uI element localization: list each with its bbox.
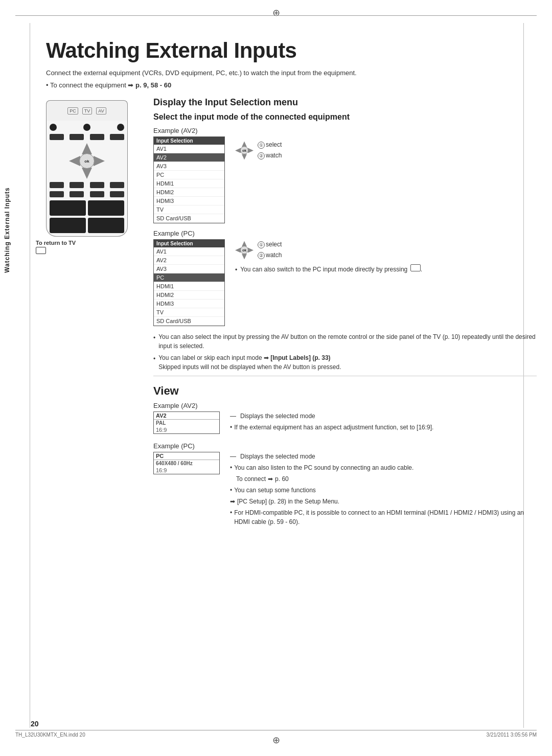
menu-item-tv: TV (154, 205, 224, 214)
bullet-2-link: [Input Labels] (p. 33) (270, 354, 330, 361)
remote-big-btn3 (50, 218, 86, 233)
bullet-av2-2: • (230, 423, 232, 432)
view-box-av2-sub1: PAL (154, 420, 219, 426)
intro-body: Connect the external equipment (VCRs, DV… (46, 69, 357, 77)
view-desc-pc: — Displays the selected mode • You can a… (230, 452, 537, 529)
menu-pc-av2: AV2 (154, 256, 224, 265)
dpad-up-arrow (82, 143, 92, 154)
view-desc-pc-item4: • You can setup some functions (230, 486, 537, 495)
bullet-pc-4: • (230, 486, 232, 495)
remote-circle-btn2 (83, 124, 90, 131)
menu-pc-av3: AV3 (154, 265, 224, 273)
dpad-left-arrow (69, 156, 80, 166)
return-bold-label: To return to TV (36, 240, 76, 246)
ok-dpad-center: ok (240, 146, 248, 154)
section2-heading: Select the input mode of the connected e… (153, 112, 537, 123)
menu-pc-tv: TV (154, 308, 224, 317)
arrow-pc-5: ➡ (230, 497, 235, 506)
view-example-row-av2: AV2 PAL 16:9 — Displays the selected mod… (153, 411, 537, 434)
view-example-row-pc: PC 640X480 / 60Hz 16:9 — Displays the se… (153, 452, 537, 529)
circle-2: ② (258, 152, 265, 159)
ok-dpad-down-pc (242, 254, 247, 259)
remote-dpad: ok (69, 143, 105, 179)
remote-pc-label: PC (67, 107, 78, 114)
remote-row1 (50, 124, 124, 131)
remote-bottom-buttons (50, 200, 124, 233)
view-example-av2-label: Example (AV2) (153, 402, 537, 409)
view-box-av2-sub2: 16:9 (154, 426, 219, 433)
circle-2-pc: ② (258, 252, 265, 259)
page-title: Watching External Inputs (46, 38, 537, 63)
view-box-pc-title: PC (154, 452, 219, 460)
pc-inline-box (410, 264, 421, 271)
section1-heading: Display the Input Selection menu (153, 97, 537, 108)
reg-mark-top: ⊕ (272, 7, 280, 18)
view-box-av2: AV2 PAL 16:9 (153, 411, 220, 434)
arrow-right-pc: ➡ (268, 474, 273, 484)
view-desc-pc-item1: — Displays the selected mode (230, 452, 537, 461)
return-to-tv-label: To return to TV (36, 240, 143, 246)
remote-rect-btn9 (50, 191, 64, 197)
remote-rect-btn11 (90, 191, 104, 197)
view-desc-pc-item6: • For HDMI-compatible PC, it is possible… (230, 508, 537, 526)
menu-item-av1: AV1 (154, 145, 224, 153)
remote-big-btn4 (88, 218, 124, 233)
bullet-note-1: • You can also select the input by press… (153, 332, 537, 351)
bullet-1-dot: • (153, 333, 155, 351)
bullet-pc-2: • (230, 463, 232, 472)
return-button-box (36, 247, 46, 254)
input-menu-row-av2: Input Selection AV1 AV2 AV3 PC HDMI1 HDM… (153, 136, 537, 223)
menu-pc-sdcard: SD Card/USB (154, 317, 224, 326)
ok-row-select: ok ①select ②watch (235, 140, 282, 162)
sidebar-label: Watching External Inputs (0, 102, 14, 358)
view-title: View (153, 384, 537, 398)
remote-row3 (50, 182, 124, 188)
remote-rect-btn8 (110, 182, 124, 188)
example-av2-label: Example (AV2) (153, 127, 537, 134)
remote-rect-btn1 (50, 134, 64, 140)
bottom-border (15, 730, 537, 730)
select-watch-text-pc: ①select ②watch (258, 239, 282, 261)
ok-row-select-pc: ok ①select ②watch (235, 239, 422, 261)
menu-item-sdcard: SD Card/USB (154, 214, 224, 223)
circle-1-pc: ① (258, 241, 265, 248)
ok-dpad-down (242, 154, 247, 159)
ok-dpad-mini: ok (235, 141, 254, 159)
remote-dpad-area: ok (50, 143, 124, 179)
dpad-ok-button: ok (79, 153, 95, 169)
intro-link-ref: p. 9, 58 - 60 (135, 81, 171, 89)
view-box-pc: PC 640X480 / 60Hz 16:9 (153, 452, 220, 474)
example-pc-label: Example (PC) (153, 230, 537, 237)
remote: PC TV AV (46, 100, 128, 237)
footer-left: TH_L32U30KMTX_EN.indd 20 (15, 732, 85, 738)
ok-dpad-center-pc: ok (240, 246, 248, 254)
remote-top: PC TV AV (46, 100, 128, 121)
view-example-pc-label: Example (PC) (153, 442, 537, 450)
remote-illustration: PC TV AV (31, 100, 143, 254)
bullet-2-dot: • (153, 354, 155, 372)
arrow-symbol: ➡ (128, 81, 135, 89)
input-menu-pc: Input Selection AV1 AV2 AV3 PC HDMI1 HDM… (153, 239, 225, 326)
remote-circle-btn3 (117, 124, 124, 131)
line-connector-av2: — (230, 411, 236, 421)
menu-item-pc: PC (154, 171, 224, 179)
top-border (15, 15, 537, 16)
pc-mode-text: You can also switch to the PC input mode… (240, 264, 422, 274)
ok-dpad-right-pc (248, 247, 254, 253)
remote-big-btn2 (88, 200, 124, 216)
remote-row4 (50, 191, 124, 197)
remote-body: ok (46, 121, 128, 237)
bullet-2-text: You can label or skip each input mode ➡ … (158, 353, 341, 372)
menu-pc-hdmi3: HDMI3 (154, 300, 224, 308)
menu-item-hdmi1: HDMI1 (154, 179, 224, 188)
view-box-pc-sub1: 640X480 / 60Hz (154, 460, 219, 467)
bullet-pc-6: • (230, 508, 232, 517)
arrow-right-icon: ➡ (264, 354, 270, 361)
remote-rect-btn10 (70, 191, 84, 197)
bullet-symbol: • (46, 81, 49, 89)
main-content: Watching External Inputs Connect the ext… (15, 23, 537, 728)
line-connector-pc: — (230, 452, 236, 461)
menu-pc-av1: AV1 (154, 247, 224, 256)
input-menu-title-av2: Input Selection (154, 137, 224, 145)
remote-row2-btns (50, 134, 124, 140)
